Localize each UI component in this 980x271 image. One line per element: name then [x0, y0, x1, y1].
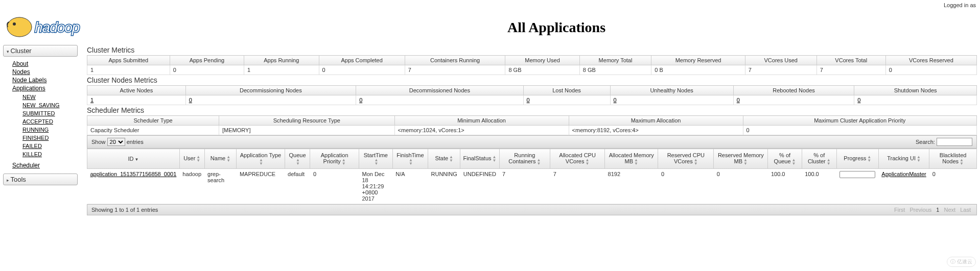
- metric-value: Capacity Scheduler: [87, 126, 219, 135]
- cell: Mon Dec 18 14:21:29 +0800 2017: [359, 169, 392, 204]
- metric-value: 0: [885, 65, 976, 75]
- pager-last[interactable]: Last: [960, 207, 971, 213]
- node-count-link[interactable]: 0: [614, 97, 617, 103]
- sort-icon: [634, 158, 638, 165]
- nav-nodes[interactable]: Nodes: [12, 68, 30, 76]
- cell: [836, 169, 878, 204]
- metric-header: VCores Used: [745, 56, 816, 65]
- nav-about[interactable]: About: [12, 60, 28, 67]
- column-header[interactable]: Reserved Memory MB: [714, 149, 768, 169]
- sort-icon: [449, 155, 453, 162]
- nav-scheduler[interactable]: Scheduler: [12, 162, 40, 169]
- column-header[interactable]: Queue: [285, 149, 310, 169]
- column-header[interactable]: ID: [87, 149, 180, 169]
- sort-icon: [296, 158, 300, 165]
- scheduler-metrics-table: Scheduler TypeScheduling Resource TypeMi…: [87, 115, 977, 135]
- column-header[interactable]: % of Cluster: [802, 149, 836, 169]
- metric-value: 0: [743, 126, 976, 135]
- column-header[interactable]: User: [179, 149, 204, 169]
- svg-point-0: [7, 17, 32, 37]
- sort-icon: [536, 158, 541, 165]
- column-header[interactable]: Tracking UI: [878, 149, 929, 169]
- node-count-link[interactable]: 0: [527, 97, 530, 103]
- nav-state-finished[interactable]: FINISHED: [22, 135, 49, 141]
- sort-icon: [493, 155, 497, 162]
- metric-value: <memory:1024, vCores:1>: [394, 126, 569, 135]
- logo: hadoop: [0, 10, 133, 45]
- nav-state-failed[interactable]: FAILED: [22, 143, 42, 149]
- node-count-link[interactable]: 0: [189, 97, 192, 103]
- metric-value: 7: [405, 65, 505, 75]
- nav-state-submitted[interactable]: SUBMITTED: [22, 110, 55, 116]
- node-count-link[interactable]: 0: [857, 97, 860, 103]
- nav-state-running[interactable]: RUNNING: [22, 127, 49, 133]
- column-header[interactable]: Reserved CPU VCores: [658, 149, 714, 169]
- column-header[interactable]: FinishTime: [392, 149, 428, 169]
- pager-next[interactable]: Next: [944, 207, 956, 213]
- metric-value: <memory:8192, vCores:4>: [569, 126, 743, 135]
- sidebar: Cluster About Nodes Node Labels Applicat…: [0, 45, 81, 215]
- cell: 100.0: [802, 169, 836, 204]
- nav-state-killed[interactable]: KILLED: [22, 151, 42, 157]
- metric-header: Apps Completed: [319, 56, 405, 65]
- column-header[interactable]: StartTime: [359, 149, 392, 169]
- apps-toolbar: Show 20 entries Search:: [87, 135, 977, 149]
- metric-header: Memory Used: [505, 56, 579, 65]
- cell: N/A: [392, 169, 428, 204]
- sort-icon: [827, 158, 831, 165]
- column-header[interactable]: Allocated CPU VCores: [550, 149, 605, 169]
- page-title: All Applications: [133, 19, 980, 36]
- metric-header: Rebooted Nodes: [733, 86, 854, 95]
- metric-header: Apps Pending: [170, 56, 244, 65]
- column-header[interactable]: Application Priority: [310, 149, 359, 169]
- column-header[interactable]: FinalStatus: [460, 149, 499, 169]
- metric-value: 0 B: [651, 65, 745, 75]
- tracking-link[interactable]: ApplicationMaster: [881, 171, 926, 177]
- section-scheduler-metrics: Scheduler Metrics: [87, 105, 977, 115]
- metric-value: 8 GB: [505, 65, 579, 75]
- table-row: application_1513577156858_0001hadoopgrep…: [87, 169, 977, 204]
- sort-icon: [694, 158, 698, 165]
- column-header[interactable]: Running Containers: [499, 149, 550, 169]
- metric-header: Apps Running: [244, 56, 319, 65]
- nav-group-cluster[interactable]: Cluster: [3, 45, 78, 57]
- app-id-link[interactable]: application_1513577156858_0001: [90, 171, 177, 177]
- nav-state-new[interactable]: NEW: [22, 94, 36, 100]
- column-header[interactable]: Progress: [836, 149, 878, 169]
- nav-node-labels[interactable]: Node Labels: [12, 77, 46, 84]
- svg-point-1: [13, 22, 16, 26]
- metric-header: Decommissioned Nodes: [356, 86, 523, 95]
- metric-header: Unhealthy Nodes: [610, 86, 733, 95]
- nav-state-new-saving[interactable]: NEW_SAVING: [22, 102, 60, 108]
- pager-prev[interactable]: Previous: [909, 207, 931, 213]
- node-count-link[interactable]: 0: [737, 97, 740, 103]
- node-count-link[interactable]: 1: [90, 97, 94, 103]
- pager-page[interactable]: 1: [936, 207, 939, 213]
- column-header[interactable]: Name: [204, 149, 237, 169]
- metric-header: Shutdown Nodes: [854, 86, 977, 95]
- metric-header: Maximum Allocation: [569, 116, 743, 126]
- metric-header: Scheduler Type: [87, 116, 219, 126]
- cell: ApplicationMaster: [878, 169, 929, 204]
- sort-icon: [960, 158, 964, 165]
- pager-first[interactable]: First: [894, 207, 905, 213]
- nav-group-tools[interactable]: Tools: [3, 174, 78, 185]
- nav-state-accepted[interactable]: ACCEPTED: [22, 118, 53, 125]
- column-header[interactable]: State: [428, 149, 460, 169]
- column-header[interactable]: % of Queue: [768, 149, 802, 169]
- page-length-select[interactable]: 20: [107, 138, 125, 146]
- applications-table: IDUserNameApplication TypeQueueApplicati…: [87, 149, 977, 204]
- cell: hadoop: [179, 169, 204, 204]
- column-header[interactable]: Application Type: [237, 149, 285, 169]
- pager: First Previous 1 Next Last: [893, 207, 972, 213]
- column-header[interactable]: Blacklisted Nodes: [929, 149, 977, 169]
- column-header[interactable]: Allocated Memory MB: [605, 149, 658, 169]
- metric-header: Lost Nodes: [523, 86, 610, 95]
- node-count-link[interactable]: 0: [359, 97, 362, 103]
- metric-header: Memory Reserved: [651, 56, 745, 65]
- cell: application_1513577156858_0001: [87, 169, 180, 204]
- cell: MAPREDUCE: [237, 169, 285, 204]
- nav-applications[interactable]: Applications: [12, 85, 45, 92]
- search-input[interactable]: [937, 138, 972, 146]
- show-label: Show: [91, 139, 106, 145]
